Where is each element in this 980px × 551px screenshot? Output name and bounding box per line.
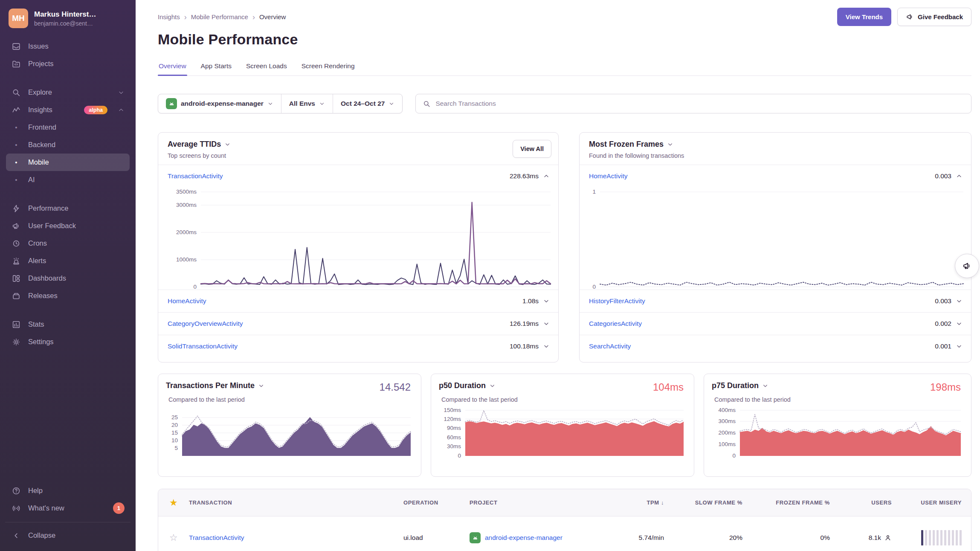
transaction-link[interactable]: SolidTransactionActivity — [168, 342, 505, 350]
project-selector[interactable]: android-expense-manager — [158, 94, 281, 113]
column-frozen-frame[interactable]: FROZEN FRAME % — [742, 499, 830, 506]
column-slow-frame[interactable]: SLOW FRAME % — [664, 499, 742, 506]
table-header-row: ★ TRANSACTION OPERATION PROJECT TPM ↓ SL… — [158, 489, 971, 516]
alpha-badge: alpha — [84, 106, 107, 114]
projects-icon — [11, 59, 21, 69]
sidebar-item-insights[interactable]: Insights alpha — [6, 101, 130, 119]
chevron-up-icon[interactable] — [543, 173, 550, 180]
tab-screen-rendering[interactable]: Screen Rendering — [301, 62, 356, 75]
project-link[interactable]: android-expense-manager — [485, 534, 562, 542]
chevron-down-icon[interactable] — [543, 298, 550, 304]
search-input[interactable] — [435, 100, 964, 107]
p50-metric-select[interactable]: p50 Duration — [439, 381, 496, 390]
p50-chart: 150ms120ms90ms60ms30ms0 — [439, 410, 684, 456]
transaction-link[interactable]: CategoryOverviewActivity — [168, 320, 505, 328]
card-subtitle: Compared to the last period — [439, 396, 684, 403]
divider — [5, 522, 130, 522]
transaction-link[interactable]: HistoryFilterActivity — [589, 297, 931, 305]
sidebar-item-frontend[interactable]: • Frontend — [6, 119, 130, 136]
sidebar-item-label: Releases — [28, 292, 125, 300]
tab-overview[interactable]: Overview — [158, 62, 187, 75]
column-transaction[interactable]: TRANSACTION — [189, 499, 403, 506]
frozen-frames-chart: 10 — [580, 187, 971, 290]
sidebar-item-crons[interactable]: Crons — [6, 235, 130, 252]
transactions-table: ★ TRANSACTION OPERATION PROJECT TPM ↓ SL… — [158, 489, 971, 551]
sidebar-item-backend[interactable]: • Backend — [6, 136, 130, 154]
frozen-row-categories-activity: CategoriesActivity 0.002 — [580, 312, 971, 335]
sidebar-item-performance[interactable]: Performance — [6, 200, 130, 217]
view-all-button[interactable]: View All — [513, 140, 551, 158]
chevron-down-icon — [118, 89, 125, 96]
breadcrumb-mobile-performance[interactable]: Mobile Performance — [191, 13, 248, 20]
favorites-column-star-icon[interactable]: ★ — [158, 497, 189, 508]
ttid-row-category-overview-activity: CategoryOverviewActivity 126.19ms — [158, 312, 558, 335]
sidebar-item-whats-new[interactable]: What's new 1 — [6, 499, 130, 517]
favorite-star-icon[interactable]: ☆ — [158, 532, 189, 543]
transaction-link[interactable]: TransactionActivity — [168, 172, 505, 180]
tab-screen-loads[interactable]: Screen Loads — [245, 62, 288, 75]
sidebar-item-releases[interactable]: Releases — [6, 287, 130, 304]
sidebar-item-explore[interactable]: Explore — [6, 84, 130, 101]
transaction-link[interactable]: HomeActivity — [589, 172, 931, 180]
view-trends-button[interactable]: View Trends — [837, 8, 891, 26]
tpm-metric-select[interactable]: Transactions Per Minute — [166, 381, 264, 390]
card-title: p50 Duration — [439, 381, 486, 390]
p75-value: 198ms — [930, 381, 961, 393]
chevron-down-icon — [319, 101, 325, 107]
average-ttids-metric-select[interactable]: Average TTIDs — [168, 140, 231, 149]
sidebar-item-help[interactable]: Help — [6, 482, 130, 499]
header-actions: View Trends Give Feedback — [837, 8, 971, 26]
column-tpm[interactable]: TPM ↓ — [589, 499, 664, 506]
frozen-frames-metric-select[interactable]: Most Frozen Frames — [589, 140, 684, 149]
date-range-selector[interactable]: Oct 24–Oct 27 — [333, 94, 402, 113]
frozen-row-history-filter-activity: HistoryFilterActivity 0.003 — [580, 290, 971, 312]
environment-selector[interactable]: All Envs — [281, 94, 333, 113]
archive-icon — [11, 291, 21, 301]
breadcrumb-insights[interactable]: Insights — [158, 13, 180, 20]
sidebar-item-settings[interactable]: Settings — [6, 333, 130, 351]
cell-transaction: TransactionActivity — [189, 534, 403, 542]
cell-tpm: 5.74/min — [589, 534, 664, 542]
tab-app-starts[interactable]: App Starts — [200, 62, 232, 75]
chevron-down-icon[interactable] — [956, 320, 963, 327]
panel-title: Average TTIDs — [168, 140, 221, 149]
transaction-link[interactable]: HomeActivity — [168, 297, 518, 305]
card-subtitle: Compared to the last period — [712, 396, 961, 403]
floating-feedback-button[interactable] — [955, 254, 979, 278]
sidebar-item-stats[interactable]: Stats — [6, 316, 130, 333]
sidebar-item-label: Projects — [28, 60, 125, 68]
dashboards-icon — [11, 273, 21, 284]
transaction-link[interactable]: CategoriesActivity — [589, 320, 931, 328]
chevron-down-icon[interactable] — [956, 298, 963, 304]
p75-metric-select[interactable]: p75 Duration — [712, 381, 768, 390]
transaction-link[interactable]: SearchActivity — [589, 342, 931, 350]
sidebar-collapse-button[interactable]: Collapse — [6, 527, 130, 544]
give-feedback-button[interactable]: Give Feedback — [897, 8, 971, 26]
user-menu[interactable]: MH Markus Hinterst… benjamin.coe@sent… — [0, 0, 136, 35]
sidebar-item-mobile[interactable]: • Mobile — [6, 154, 130, 171]
chevron-down-icon[interactable] — [956, 343, 963, 350]
transaction-link[interactable]: TransactionActivity — [189, 534, 244, 541]
column-project[interactable]: PROJECT — [470, 499, 589, 506]
tpm-card: Transactions Per Minute 14.542 Compared … — [158, 374, 421, 477]
tab-bar: Overview App Starts Screen Loads Screen … — [158, 62, 971, 76]
sidebar-item-dashboards[interactable]: Dashboards — [6, 270, 130, 287]
sidebar-item-issues[interactable]: Issues — [6, 38, 130, 55]
sidebar-item-ai[interactable]: • AI — [6, 171, 130, 188]
chevron-up-icon[interactable] — [956, 173, 963, 180]
bar-chart-icon — [11, 319, 21, 330]
clock-icon — [11, 238, 21, 249]
chevron-down-icon[interactable] — [543, 343, 550, 350]
sidebar-item-user-feedback[interactable]: User Feedback — [6, 217, 130, 235]
search-icon — [423, 100, 431, 108]
sidebar-item-projects[interactable]: Projects — [6, 55, 130, 72]
column-users[interactable]: USERS — [830, 499, 892, 506]
sidebar-item-alerts[interactable]: Alerts — [6, 252, 130, 270]
sidebar-item-label: Alerts — [28, 257, 125, 265]
column-operation[interactable]: OPERATION — [403, 499, 470, 506]
column-user-misery[interactable]: USER MISERY — [892, 499, 971, 506]
search-icon — [11, 87, 21, 98]
sentry-app: MH Markus Hinterst… benjamin.coe@sent… I… — [0, 0, 980, 551]
megaphone-icon — [11, 221, 21, 231]
chevron-down-icon[interactable] — [543, 320, 550, 327]
